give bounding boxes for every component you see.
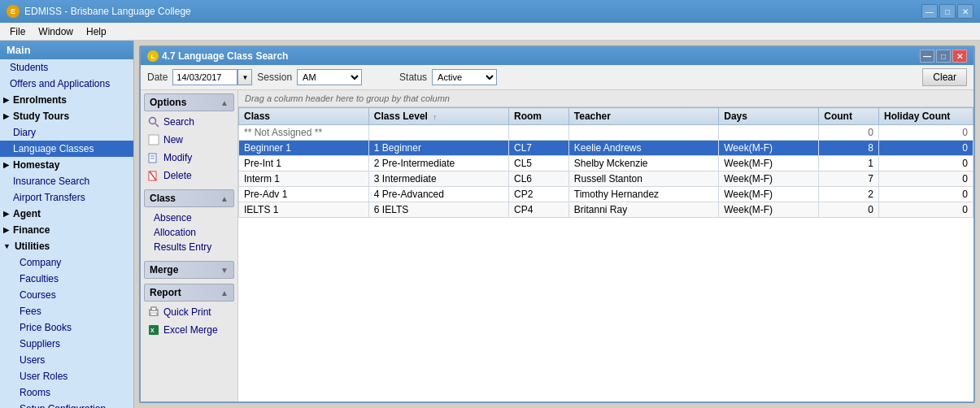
session-select[interactable]: AM PM All <box>297 69 362 85</box>
table-cell <box>719 125 819 141</box>
sidebar-item-homestay[interactable]: ▶Homestay <box>0 157 133 173</box>
sidebar-item-user-roles[interactable]: User Roles <box>0 368 133 384</box>
col-header-room[interactable]: Room <box>509 108 569 125</box>
sidebar-item-diary[interactable]: Diary <box>0 124 133 141</box>
table-row[interactable]: Pre-Adv 14 Pre-AdvancedCP2Timothy Hernan… <box>239 187 973 202</box>
sidebar-item-suppliers[interactable]: Suppliers <box>0 336 133 352</box>
menu-bar: File Window Help <box>0 23 980 41</box>
close-button[interactable]: ✕ <box>957 4 973 19</box>
sidebar-item-rooms[interactable]: Rooms <box>0 384 133 401</box>
table-cell: Timothy Hernandez <box>568 187 718 202</box>
delete-action[interactable]: Delete <box>141 167 237 184</box>
table-cell: 0 <box>879 125 973 141</box>
date-dropdown[interactable]: ▼ <box>172 69 252 85</box>
status-dropdown[interactable]: Active Inactive All <box>432 69 497 85</box>
table-row[interactable]: Interm 13 IntermediateCL6Russell Stanton… <box>239 171 973 187</box>
sidebar-item-faculties[interactable]: Faculties <box>0 271 133 287</box>
sidebar-header: Main <box>0 41 133 59</box>
merge-section-header[interactable]: Merge ▼ <box>144 261 234 279</box>
options-section-label: Options <box>150 97 186 108</box>
content-area: L 4.7 Language Class Search — □ ✕ Date ▼… <box>134 41 980 408</box>
inner-minimize-button[interactable]: — <box>920 50 934 63</box>
menu-help[interactable]: Help <box>80 24 113 39</box>
sidebar-item-offers-applications[interactable]: Offers and Applications <box>0 76 133 92</box>
inner-window-title: 4.7 Language Class Search <box>162 50 288 62</box>
table-cell: Shelby Mckenzie <box>568 156 718 171</box>
svg-line-1 <box>155 124 159 127</box>
excel-merge-action[interactable]: X Excel Merge <box>141 321 237 339</box>
sidebar-item-company[interactable]: Company <box>0 254 133 271</box>
class-section-header[interactable]: Class ▲ <box>144 189 234 207</box>
inner-maximize-button[interactable]: □ <box>936 50 951 63</box>
svg-rect-9 <box>151 307 156 310</box>
menu-file[interactable]: File <box>3 24 32 39</box>
table-cell: 0 <box>879 187 973 202</box>
table-cell: 3 Intermediate <box>368 171 508 187</box>
col-header-holiday-count[interactable]: Holiday Count <box>879 108 973 125</box>
inner-close-button[interactable]: ✕ <box>952 50 967 63</box>
table-cell: 2 Pre-Intermediate <box>368 156 508 171</box>
table-cell: 0 <box>819 125 879 141</box>
table-row[interactable]: IELTS 16 IELTSCP4Britanni RayWeek(M-F)00 <box>239 202 973 218</box>
new-action[interactable]: New <box>141 131 237 149</box>
class-collapse-icon: ▲ <box>220 194 229 203</box>
sidebar-item-finance[interactable]: ▶Finance <box>0 222 133 238</box>
table-cell <box>568 125 718 141</box>
table-cell: 6 IELTS <box>368 202 508 218</box>
sidebar-item-fees[interactable]: Fees <box>0 303 133 319</box>
report-section-header[interactable]: Report ▲ <box>144 284 234 302</box>
quick-print-action[interactable]: Quick Print <box>141 303 237 321</box>
status-label: Status <box>399 72 427 83</box>
inner-window-icon: L <box>147 50 159 62</box>
sidebar-item-students[interactable]: Students <box>0 59 133 76</box>
sidebar-item-courses[interactable]: Courses <box>0 287 133 303</box>
table-row[interactable]: ** Not Assigned **00 <box>239 125 973 141</box>
sidebar-item-airport-transfers[interactable]: Airport Transfers <box>0 189 133 206</box>
sidebar-item-enrolments[interactable]: ▶Enrolments <box>0 92 133 108</box>
sidebar-item-users[interactable]: Users <box>0 352 133 368</box>
date-dropdown-btn[interactable]: ▼ <box>237 69 252 85</box>
new-icon <box>147 133 160 146</box>
delete-label: Delete <box>163 170 192 181</box>
inner-window: L 4.7 Language Class Search — □ ✕ Date ▼… <box>139 46 975 403</box>
maximize-button[interactable]: □ <box>939 4 956 19</box>
options-section-header[interactable]: Options ▲ <box>144 93 234 111</box>
sidebar-item-language-classes[interactable]: Language Classes <box>0 141 133 157</box>
col-header-count[interactable]: Count <box>819 108 879 125</box>
expand-icon: ▶ <box>3 96 9 104</box>
modify-action[interactable]: Modify <box>141 149 237 167</box>
table-cell: 1 Beginner <box>368 141 508 156</box>
clear-button[interactable]: Clear <box>922 68 967 86</box>
results-entry-item[interactable]: Results Entry <box>141 240 237 254</box>
col-header-class[interactable]: Class <box>239 108 369 125</box>
table-row[interactable]: Pre-Int 12 Pre-IntermediateCL5Shelby Mck… <box>239 156 973 171</box>
toolbar-row: Date ▼ Session AM PM All ▼ Status <box>141 65 973 90</box>
col-header-teacher[interactable]: Teacher <box>568 108 718 125</box>
modify-label: Modify <box>163 152 192 163</box>
sidebar-item-utilities[interactable]: ▼Utilities <box>0 238 133 254</box>
date-input[interactable] <box>172 69 237 85</box>
svg-text:X: X <box>150 328 155 333</box>
col-header-days[interactable]: Days <box>719 108 819 125</box>
col-header-class-level[interactable]: Class Level ↑ <box>368 108 508 125</box>
table-cell: CL7 <box>509 141 569 156</box>
expand-icon: ▶ <box>3 226 9 234</box>
minimize-button[interactable]: — <box>921 4 938 19</box>
sidebar-item-insurance-search[interactable]: Insurance Search <box>0 173 133 189</box>
sidebar-item-study-tours[interactable]: ▶Study Tours <box>0 108 133 124</box>
sidebar-item-agent[interactable]: ▶Agent <box>0 206 133 222</box>
search-action[interactable]: Search <box>141 113 237 131</box>
title-bar: E EDMISS - Brisbane Language College — □… <box>0 0 980 23</box>
status-select[interactable]: Active Inactive All <box>432 69 497 85</box>
delete-icon <box>147 169 160 182</box>
absence-item[interactable]: Absence <box>141 211 237 225</box>
sidebar-item-price-books[interactable]: Price Books <box>0 319 133 336</box>
expand-icon: ▼ <box>3 242 11 250</box>
session-dropdown[interactable]: AM PM All ▼ <box>297 69 362 85</box>
search-icon <box>147 115 160 128</box>
session-label: Session <box>257 72 292 83</box>
sidebar-item-setup-configuration[interactable]: Setup Configuration <box>0 401 133 408</box>
menu-window[interactable]: Window <box>32 24 80 39</box>
allocation-item[interactable]: Allocation <box>141 225 237 240</box>
table-row[interactable]: Beginner 11 BeginnerCL7Keelie AndrewsWee… <box>239 141 973 156</box>
